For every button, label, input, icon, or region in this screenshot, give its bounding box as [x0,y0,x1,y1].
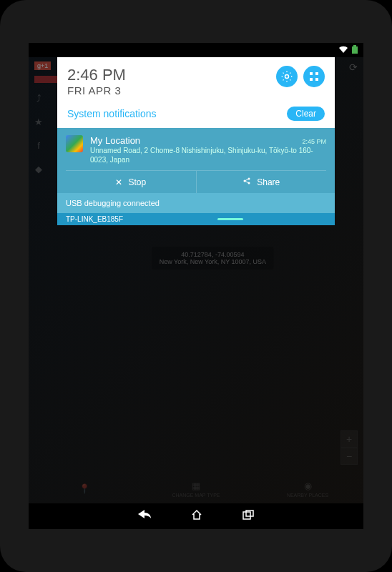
svg-line-10 [245,179,249,181]
tab-location[interactable]: 📍 [29,475,140,503]
zoom-in-button[interactable]: + [340,430,358,448]
notification-content: My Location 2:45 PM Unnamed Road, 2 Chom… [90,135,326,164]
share-button[interactable]: Share [197,171,327,193]
location-pin-icon: 📍 [79,483,90,494]
layers-icon: ▦ [192,480,200,491]
tab-nearby-label: NEARBY PLACES [287,493,328,498]
next-notification[interactable]: USB debugging connected [57,193,335,213]
ticker-bar: TP-LINK_EB185F [57,213,335,225]
time-date-block: 2:46 PM FRI APR 3 [67,66,126,97]
back-icon[interactable] [138,510,151,523]
clear-button[interactable]: Clear [287,107,325,121]
status-bar [29,43,363,57]
share-action-icon [242,177,251,187]
maps-app-icon [66,135,83,152]
tab-map-type-label: CHANGE MAP TYPE [172,493,220,498]
android-nav-bar [29,503,363,529]
next-notification-text: USB debugging connected [66,199,160,207]
svg-rect-5 [310,78,313,81]
home-icon[interactable] [191,509,202,523]
panel-time: 2:46 PM [67,66,126,84]
google-plus-badge[interactable]: g+1 [34,61,51,70]
directions-icon[interactable]: ◆ [31,164,46,174]
subheader-label: System notifications [67,108,157,119]
svg-rect-0 [352,46,358,54]
sidebar: ⤴ ★ f ◆ [29,86,49,182]
notification-body: Unnamed Road, 2 Chome-8 Nishishinjuku, S… [90,146,326,164]
notification-top: My Location 2:45 PM Unnamed Road, 2 Chom… [66,135,326,164]
bottom-tabs: 📍 ▦ CHANGE MAP TYPE ◉ NEARBY PLACES [29,475,363,503]
svg-rect-4 [315,72,318,75]
notification-panel[interactable]: 2:46 PM FRI APR 3 System notifications C… [57,57,335,225]
map-marker-tooltip[interactable]: 40.712784, -74.00594 New York, New York,… [152,247,273,270]
places-icon: ◉ [304,480,312,491]
stop-label: Stop [128,177,146,187]
marker-address: New York, New York, NY 10007, USA [160,258,266,265]
notification-title: My Location [90,135,140,146]
tab-map-type[interactable]: ▦ CHANGE MAP TYPE [140,475,252,503]
svg-rect-6 [315,78,318,81]
settings-icon[interactable] [276,66,298,87]
ticker-text: TP-LINK_EB185F [66,215,123,223]
svg-rect-3 [310,72,313,75]
marker-coords: 40.712784, -74.00594 [160,251,266,258]
recent-apps-icon[interactable] [242,510,254,523]
star-icon[interactable]: ★ [31,117,46,127]
svg-line-11 [245,181,249,183]
panel-header: 2:46 PM FRI APR 3 [57,57,335,102]
grid-icon[interactable] [303,66,325,87]
share-icon[interactable]: ⤴ [31,93,46,104]
panel-subheader: System notifications Clear [57,102,335,128]
close-icon: ✕ [115,177,122,187]
svg-rect-12 [243,512,250,519]
panel-handle[interactable] [217,218,243,220]
notification-time: 2:45 PM [302,138,326,145]
tab-nearby[interactable]: ◉ NEARBY PLACES [252,475,363,503]
zoom-out-button[interactable]: − [340,448,358,465]
notification-card[interactable]: My Location 2:45 PM Unnamed Road, 2 Chom… [57,128,335,193]
refresh-icon[interactable]: ⟳ [349,61,358,73]
battery-icon [352,45,358,55]
facebook-icon[interactable]: f [31,140,46,151]
header-icons [276,66,325,87]
notification-actions: ✕ Stop Share [66,170,326,193]
wifi-icon [339,46,348,54]
svg-point-2 [285,75,289,79]
share-label: Share [257,177,280,187]
device-frame: g+1 ⟳ ⤴ ★ f ◆ 2:46 PM FRI APR 3 [0,0,392,572]
svg-rect-1 [353,45,356,46]
screen: g+1 ⟳ ⤴ ★ f ◆ 2:46 PM FRI APR 3 [29,43,363,529]
svg-rect-13 [246,511,253,516]
panel-date: FRI APR 3 [67,84,126,97]
zoom-controls: + − [340,430,358,465]
stop-button[interactable]: ✕ Stop [66,171,197,193]
